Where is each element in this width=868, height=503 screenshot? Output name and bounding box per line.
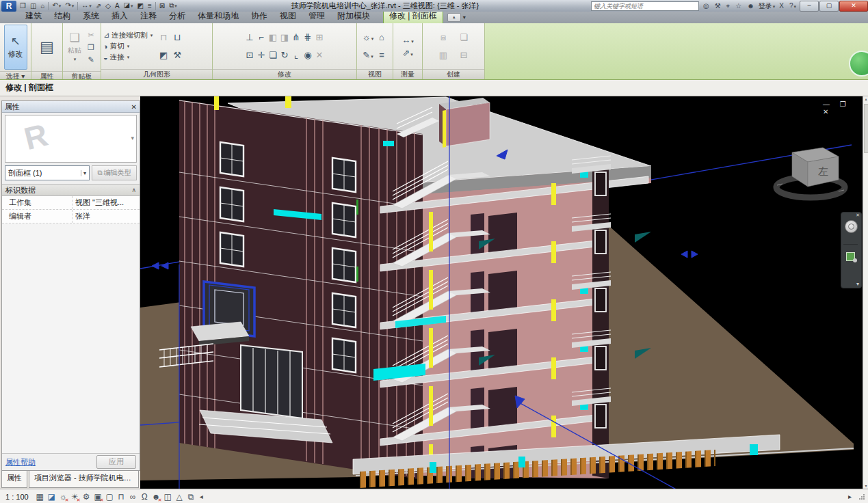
reveal-hidden-elements-icon[interactable]: Ω xyxy=(139,492,150,502)
array-icon[interactable]: ⊞ xyxy=(316,32,324,42)
properties-help-link[interactable]: 属性帮助 xyxy=(5,457,36,467)
split-face-icon[interactable]: ◩ xyxy=(159,50,168,60)
tab-manage[interactable]: 管理 xyxy=(302,10,331,23)
temporary-hide-isolate-icon[interactable]: ∞ xyxy=(127,492,139,502)
close-inactive-windows-icon[interactable]: ⊠ xyxy=(157,1,167,12)
demolish-icon[interactable]: ⚒ xyxy=(173,50,181,60)
delete-icon[interactable]: ✕ xyxy=(316,50,324,60)
minimize-button[interactable]: – xyxy=(800,1,819,12)
tab-analyze[interactable]: 分析 xyxy=(163,10,192,23)
cut-icon[interactable]: ✂ xyxy=(86,29,96,40)
default-3d-view-icon[interactable]: ◪ xyxy=(122,0,135,12)
copy-to-clipboard-icon[interactable]: ❐ xyxy=(86,42,96,53)
create-similar-icon[interactable]: ❏ xyxy=(460,32,468,42)
sun-path-icon[interactable]: ☼ xyxy=(57,492,69,502)
thin-lines-ribbon-icon[interactable]: ≡ xyxy=(379,50,384,60)
redo-icon[interactable]: ↷ xyxy=(63,0,76,12)
move-icon[interactable]: ✛ xyxy=(258,50,265,60)
tab-systems[interactable]: 系统 xyxy=(77,10,105,23)
vertical-scrollbar[interactable]: ▴ ▾ xyxy=(863,96,868,489)
visual-style-icon[interactable]: ◪ xyxy=(46,492,57,502)
notification-badge[interactable] xyxy=(849,51,868,77)
pin-icon[interactable]: ◉ xyxy=(304,50,311,60)
displacement-sets-icon[interactable]: ⧉ xyxy=(185,492,197,502)
zoom-icon[interactable] xyxy=(846,252,855,261)
tab-collaborate[interactable]: 协作 xyxy=(245,10,274,23)
panel-label-select[interactable]: 选择 ▾ xyxy=(0,71,31,79)
tab-view[interactable]: 视图 xyxy=(274,10,302,23)
search-icon[interactable]: ◎ xyxy=(702,2,711,10)
cut-ends-button[interactable]: ⊿ 连接端切割 xyxy=(103,31,153,40)
statusbar-expand-icon[interactable]: ▸ xyxy=(848,493,852,500)
open-icon[interactable]: ❒ xyxy=(18,1,28,12)
beam-joins-icon[interactable]: ⊔ xyxy=(174,32,181,42)
steering-wheel-icon[interactable] xyxy=(845,220,858,233)
undo-icon[interactable]: ↶ xyxy=(50,0,63,12)
scrollbar-thumb[interactable] xyxy=(864,104,868,153)
cut-geometry-button[interactable]: ◑ 剪切 xyxy=(103,42,153,51)
tab-massing-site[interactable]: 体量和场地 xyxy=(192,10,245,23)
minimize-view-icon[interactable]: — xyxy=(823,100,834,108)
exchange-apps-icon[interactable]: X xyxy=(778,2,785,10)
hide-elements-icon[interactable]: ☼ xyxy=(363,32,373,42)
mirror-draw-axis-icon[interactable]: ◨ xyxy=(280,32,289,42)
navbar-close-icon[interactable]: ✕ xyxy=(856,213,860,218)
measure-ribbon-icon[interactable]: ↔ xyxy=(402,35,414,45)
properties-button[interactable]: ▤ xyxy=(36,25,59,70)
view-scale-button[interactable]: 1 : 100 xyxy=(0,493,34,501)
detail-level-icon[interactable]: ▦ xyxy=(34,492,46,502)
identity-data-header[interactable]: 标识数据 ∧ xyxy=(2,184,140,196)
restore-view-icon[interactable]: ❐ xyxy=(840,100,850,108)
scroll-up-icon[interactable]: ▴ xyxy=(863,96,868,101)
rendering-dialog-icon[interactable]: ⚙ xyxy=(81,492,92,502)
offset-icon[interactable]: ⌐ xyxy=(259,32,264,42)
wall-joins-icon[interactable]: ⊓ xyxy=(160,32,167,42)
analytical-model-icon[interactable]: △ xyxy=(174,492,185,502)
tab-properties-palette[interactable]: 属性 xyxy=(1,471,27,488)
measure-icon[interactable]: ↔ xyxy=(79,0,94,12)
mirror-pick-axis-icon[interactable]: ◧ xyxy=(269,32,277,42)
shadows-icon[interactable]: ☀ xyxy=(69,492,81,502)
sync-with-central-icon[interactable]: ⌂ xyxy=(38,1,47,12)
create-group-icon[interactable]: ⧈ xyxy=(440,32,446,43)
drawing-area[interactable]: 左 — ❐ ✕ ✕ ▾ xyxy=(140,96,863,489)
ribbon-display-options-icon[interactable]: ▾ xyxy=(463,14,466,21)
crop-view-icon[interactable]: ▣ xyxy=(92,492,104,502)
paste-button[interactable]: ❏ 粘贴 xyxy=(65,25,84,70)
close-button[interactable]: ✕ xyxy=(839,1,868,12)
aligned-dimension-ribbon-icon[interactable]: ⇗ xyxy=(402,48,412,58)
revit-app-button[interactable]: R xyxy=(1,1,16,12)
tab-architecture[interactable]: 建筑 xyxy=(19,10,48,23)
rotate-icon[interactable]: ↻ xyxy=(281,50,289,60)
palette-close-icon[interactable]: ✕ xyxy=(131,103,137,111)
property-row-edited-by[interactable]: 编辑者 张洋 xyxy=(2,210,140,223)
tab-addins[interactable]: 附加模块 xyxy=(331,10,376,23)
match-type-properties-icon[interactable]: ✎ xyxy=(86,54,96,65)
create-parts-icon[interactable]: ⊟ xyxy=(460,50,468,60)
override-graphics-icon[interactable]: ✎ xyxy=(363,50,373,60)
text-icon[interactable]: A xyxy=(113,1,122,12)
viewcube-face-label[interactable]: 左 xyxy=(818,165,828,177)
tab-structure[interactable]: 结构 xyxy=(48,10,77,23)
worksharing-display-icon[interactable]: ☻ xyxy=(150,492,162,502)
resize-grip[interactable] xyxy=(858,493,865,500)
chevron-down-icon[interactable]: ▾ xyxy=(131,135,134,141)
vcb-collapse-icon[interactable]: ◂ xyxy=(200,493,203,500)
tag-by-category-icon[interactable]: ◇ xyxy=(103,1,113,12)
show-crop-region-icon[interactable]: ▢ xyxy=(104,492,116,502)
help-icon[interactable]: ? xyxy=(788,2,798,10)
show-rendering-dialog-icon[interactable]: ⌂ xyxy=(379,32,384,42)
close-view-icon[interactable]: ✕ xyxy=(823,108,832,115)
palette-title-bar[interactable]: 属性 ✕ xyxy=(2,101,140,113)
navigation-bar[interactable]: ✕ ▾ xyxy=(841,212,862,288)
maximize-button[interactable]: ▢ xyxy=(819,1,839,12)
minimize-ribbon-button[interactable]: ▴ xyxy=(447,13,461,22)
create-assembly-icon[interactable]: ▥ xyxy=(439,50,447,60)
modify-button[interactable]: ↖ 修改 xyxy=(4,25,27,70)
subscription-center-icon[interactable]: ⚒ xyxy=(713,2,722,10)
sign-in-button[interactable]: 登录 xyxy=(759,1,776,11)
favorites-icon[interactable]: ☆ xyxy=(734,2,743,10)
type-selector-dropdown[interactable]: 剖面框 (1) ▾ xyxy=(5,165,90,180)
switch-windows-icon[interactable]: ⧉ xyxy=(167,0,179,12)
search-input[interactable] xyxy=(591,1,699,11)
